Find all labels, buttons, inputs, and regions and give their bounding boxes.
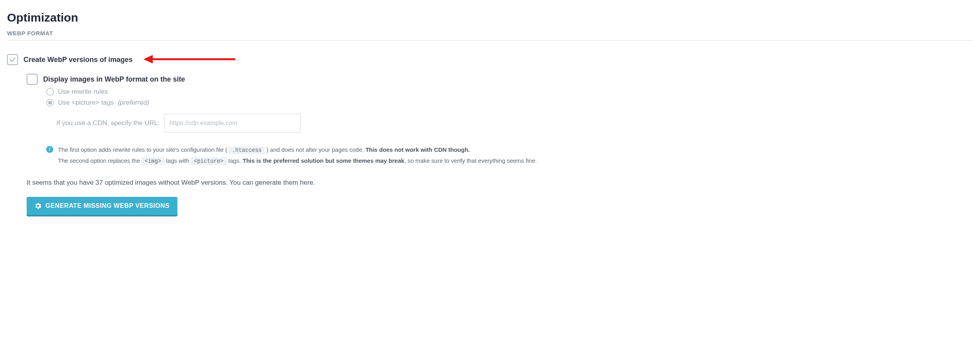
gear-icon [34,202,42,209]
info-code-htaccess: .htaccess [229,146,265,154]
radio-rewrite[interactable] [46,88,54,96]
label-picture-preferred: (preferred) [118,99,149,107]
radio-picture[interactable] [46,99,54,107]
info-line2-d: , so make sure to verify that everything… [404,157,537,164]
info-line2-a: The second option replaces the [58,157,141,164]
radio-row-rewrite: Use rewrite rules [46,88,973,96]
radio-row-picture: Use <picture> tags (preferred) [46,99,973,107]
option-create-webp-row: Create WebP versions of images [7,54,973,65]
generate-webp-button[interactable]: GENERATE MISSING WEBP VERSIONS [27,197,177,216]
generate-webp-button-label: GENERATE MISSING WEBP VERSIONS [45,202,170,209]
info-line1-bold: This does not work with CDN though. [365,146,470,153]
info-line1-a: The first option adds rewrite rules to y… [58,146,227,153]
label-create-webp: Create WebP versions of images [24,54,132,65]
info-code-picture: <picture> [191,157,227,165]
info-icon: i [46,146,53,153]
check-icon [9,56,16,63]
info-text: The first option adds rewrite rules to y… [58,144,537,166]
info-line2-bold: This is the preferred solution but some … [243,157,405,164]
label-cdn: If you use a CDN, specify the URL: [56,119,160,127]
label-rewrite: Use rewrite rules [58,88,108,96]
status-text: It seems that you have 37 optimized imag… [27,179,973,187]
label-display-webp: Display images in WebP format on the sit… [43,74,185,85]
cdn-input[interactable] [165,114,301,133]
info-line2-c: tags. [228,157,243,164]
info-code-img: <img> [141,157,164,165]
checkbox-display-webp[interactable] [27,74,38,85]
cdn-row: If you use a CDN, specify the URL: [56,114,973,133]
checkbox-create-webp[interactable] [7,54,18,65]
section-heading: WEBP FORMAT [7,30,973,41]
page-title: Optimization [7,11,973,24]
option-display-webp-row: Display images in WebP format on the sit… [27,74,973,85]
info-block: i The first option adds rewrite rules to… [46,144,973,166]
label-picture: Use <picture> tags [58,99,114,107]
info-line2-b: tags with [166,157,191,164]
info-line1-b: ) and does not alter your pages code. [266,146,365,153]
